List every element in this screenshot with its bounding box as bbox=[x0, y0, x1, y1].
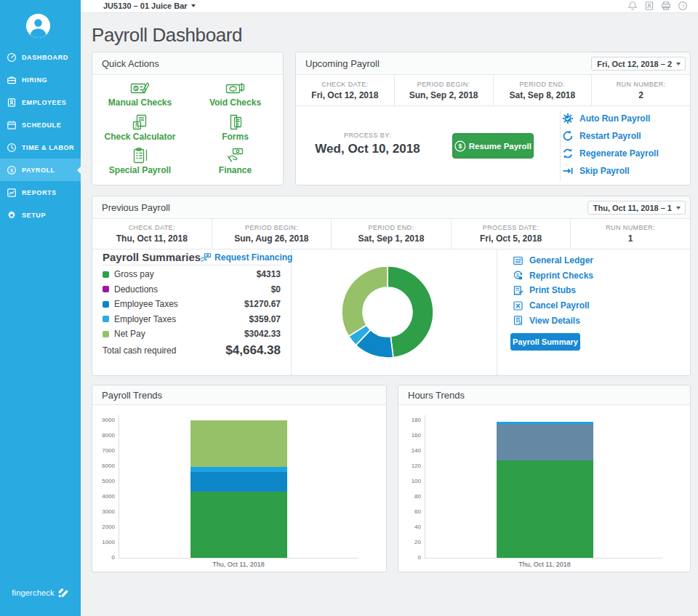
quick-action-forms[interactable]: $ Forms bbox=[188, 114, 283, 142]
payroll-trends-header: Payroll Trends bbox=[92, 385, 386, 405]
cancel-payroll-icon bbox=[512, 300, 524, 311]
payroll-summaries-legend: Gross pay $4313 Deductions $0 Employee T… bbox=[103, 267, 281, 342]
upcoming-payroll-actions: Auto Run Payroll Restart Payroll Regener… bbox=[562, 110, 659, 180]
quick-action-label: Manual Checks bbox=[108, 97, 172, 108]
stat-period-begin: PERIOD BEGIN: Sun, Aug 26, 2018 bbox=[212, 219, 332, 249]
sidebar-item-hiring[interactable]: HIRING bbox=[0, 68, 81, 91]
stat-value: Sat, Sep 1, 2018 bbox=[358, 233, 425, 244]
sidebar-item-time-labor[interactable]: TIME & LABOR bbox=[0, 136, 81, 159]
stat-value: Fri, Oct 5, 2018 bbox=[480, 233, 542, 244]
hours-trends-header: Hours Trends bbox=[398, 385, 690, 405]
sidebar-item-schedule[interactable]: SCHEDULE bbox=[0, 113, 81, 136]
y-tick-label: 20 bbox=[398, 539, 421, 546]
notifications-icon[interactable] bbox=[627, 1, 638, 11]
legend-swatch bbox=[103, 331, 109, 337]
print-stubs-link[interactable]: Print Stubs bbox=[512, 283, 593, 298]
quick-action-label: Void Checks bbox=[209, 97, 261, 108]
reprint-checks-link[interactable]: $ Reprint Checks bbox=[512, 268, 593, 284]
quick-action-label: Forms bbox=[222, 132, 249, 142]
card-title: Hours Trends bbox=[408, 390, 465, 401]
dashboard-icon bbox=[7, 52, 17, 63]
stat-check-date: CHECK DATE: Thu, Oct 11, 2018 bbox=[92, 219, 212, 249]
total-label: Total cash required bbox=[103, 345, 176, 356]
sidebar-item-payroll[interactable]: $ PAYROLL bbox=[0, 159, 81, 181]
y-tick-label: 160 bbox=[398, 432, 421, 439]
link-label: Restart Payroll bbox=[579, 131, 641, 141]
payroll-summary-label: Payroll Summary bbox=[513, 337, 578, 346]
hand-money-icon bbox=[201, 253, 212, 262]
dollar-circle-icon: $ bbox=[454, 140, 466, 152]
stacked-bar bbox=[190, 420, 287, 558]
card-title: Upcoming Payroll bbox=[305, 58, 380, 69]
company-name: JU5130 – 01 Juice Bar bbox=[103, 1, 188, 10]
quick-action-finance[interactable]: Finance bbox=[188, 148, 283, 175]
payroll-icon: $ bbox=[7, 165, 17, 175]
sidebar-item-label: TIME & LABOR bbox=[22, 144, 74, 151]
finance-icon bbox=[226, 148, 245, 164]
skip-payroll-link[interactable]: Skip Payroll bbox=[562, 162, 659, 180]
upcoming-payroll-card: Upcoming Payroll Fri, Oct 12, 2018 – 2 C… bbox=[295, 52, 691, 185]
topbar-icons: ? bbox=[627, 1, 688, 11]
stat-label: CHECK DATE: bbox=[321, 81, 368, 88]
auto-run-icon bbox=[562, 113, 574, 124]
quick-action-label: Finance bbox=[219, 165, 252, 175]
bar-segment-green bbox=[497, 460, 593, 558]
chevron-down-icon bbox=[191, 4, 196, 7]
sidebar-item-label: REPORTS bbox=[22, 189, 57, 196]
y-tick-label: 120 bbox=[398, 463, 421, 470]
quick-action-void-checks[interactable]: Void Checks bbox=[188, 80, 283, 108]
general-ledger-icon bbox=[512, 255, 524, 266]
help-icon[interactable]: ? bbox=[678, 1, 688, 11]
sidebar-item-reports[interactable]: REPORTS bbox=[0, 181, 81, 204]
donut-slice-gross-pay bbox=[388, 266, 433, 358]
stat-process-date: PROCESS DATE: Fri, Oct 5, 2018 bbox=[451, 219, 571, 249]
cancel-payroll-link[interactable]: Cancel Payroll bbox=[512, 298, 593, 313]
restart-payroll-link[interactable]: Restart Payroll bbox=[562, 127, 659, 145]
stat-label: PERIOD END: bbox=[519, 81, 565, 88]
printer-icon[interactable] bbox=[661, 1, 671, 11]
restart-icon bbox=[562, 130, 574, 142]
y-tick-label: 2000 bbox=[92, 524, 115, 531]
special-payroll-icon bbox=[132, 148, 148, 164]
legend-swatch bbox=[103, 286, 109, 292]
legend-row-employer-taxes: Employer Taxes $359.07 bbox=[103, 312, 281, 327]
total-cash-required-row: Total cash required $4,664.38 bbox=[103, 343, 281, 359]
avatar[interactable] bbox=[26, 14, 50, 38]
legend-value: $1270.67 bbox=[244, 299, 281, 309]
previous-payroll-selector[interactable]: Thu, Oct 11, 2018 – 1 bbox=[587, 201, 686, 215]
hours-trends-card: Hours Trends Thu, Oct 11, 2018 180160140… bbox=[398, 385, 691, 572]
sidebar-item-setup[interactable]: SETUP bbox=[0, 204, 81, 226]
quick-action-check-calculator[interactable]: Check Calculator bbox=[92, 114, 188, 142]
quick-action-manual-checks[interactable]: $ Manual Checks bbox=[92, 80, 188, 108]
fingercheck-brand: fingercheck bbox=[0, 587, 81, 599]
quick-actions-card: Quick Actions $ Manual Checks Void Check… bbox=[92, 52, 284, 185]
stat-value: Sun, Aug 26, 2018 bbox=[234, 233, 308, 244]
upcoming-payroll-header: Upcoming Payroll Fri, Oct 12, 2018 – 2 bbox=[296, 52, 690, 75]
legend-value: $0 bbox=[271, 284, 281, 295]
stat-value: 2 bbox=[638, 90, 643, 100]
sidebar: DASHBOARD HIRING EMPLOYEES SCHEDULE TIME… bbox=[0, 0, 81, 616]
stat-run-number: RUN NUMBER: 1 bbox=[570, 219, 690, 249]
y-tick-label: 80 bbox=[398, 493, 421, 500]
sidebar-item-label: EMPLOYEES bbox=[22, 99, 66, 106]
link-label: General Ledger bbox=[529, 255, 593, 265]
company-selector[interactable]: JU5130 – 01 Juice Bar bbox=[103, 1, 196, 10]
svg-text:$: $ bbox=[516, 273, 518, 278]
regenerate-payroll-link[interactable]: Regenerate Payroll bbox=[562, 145, 659, 162]
link-label: View Details bbox=[529, 316, 580, 326]
general-ledger-link[interactable]: General Ledger bbox=[512, 253, 593, 268]
view-details-link[interactable]: $ View Details bbox=[512, 313, 593, 328]
sidebar-item-dashboard[interactable]: DASHBOARD bbox=[0, 46, 81, 68]
payroll-summary-button[interactable]: Payroll Summary bbox=[510, 333, 580, 351]
resume-payroll-button[interactable]: $ Resume Payroll bbox=[452, 133, 534, 159]
donut-slice-net-pay bbox=[342, 266, 388, 336]
upcoming-payroll-selector[interactable]: Fri, Oct 12, 2018 – 2 bbox=[591, 57, 686, 71]
auto-run-payroll-link[interactable]: Auto Run Payroll bbox=[562, 110, 659, 127]
quick-action-special-payroll[interactable]: Special Payroll bbox=[92, 148, 188, 175]
id-badge-icon[interactable] bbox=[644, 1, 654, 11]
y-tick-label: 140 bbox=[398, 447, 421, 455]
sidebar-item-employees[interactable]: EMPLOYEES bbox=[0, 91, 81, 113]
y-tick-label: 100 bbox=[398, 478, 421, 485]
payroll-trends-chart: Thu, Oct 11, 2018 9000800070006000500040… bbox=[92, 405, 386, 573]
request-financing-link[interactable]: Request Financing bbox=[201, 252, 292, 263]
